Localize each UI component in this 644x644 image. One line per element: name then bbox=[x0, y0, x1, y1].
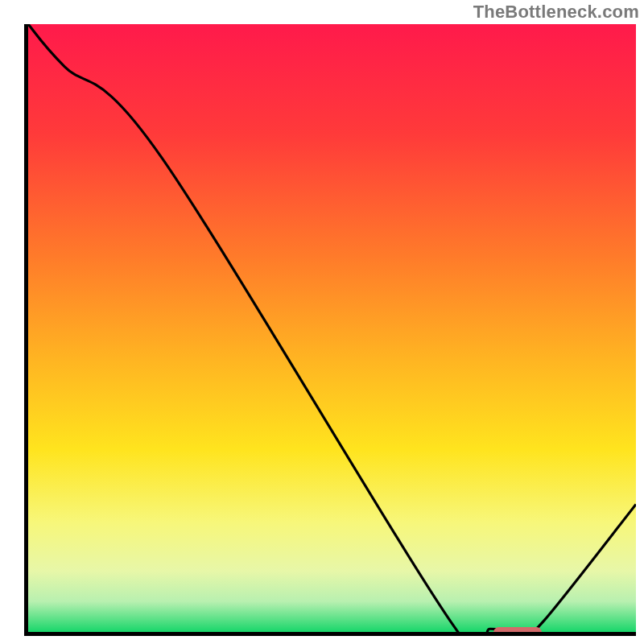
bottleneck-chart: TheBottleneck.com bbox=[0, 0, 644, 644]
optimal-range-marker bbox=[493, 627, 543, 636]
curve-layer bbox=[28, 24, 636, 632]
bottleneck-curve bbox=[28, 24, 636, 632]
attribution-label: TheBottleneck.com bbox=[473, 2, 639, 23]
plot-area bbox=[24, 24, 636, 636]
